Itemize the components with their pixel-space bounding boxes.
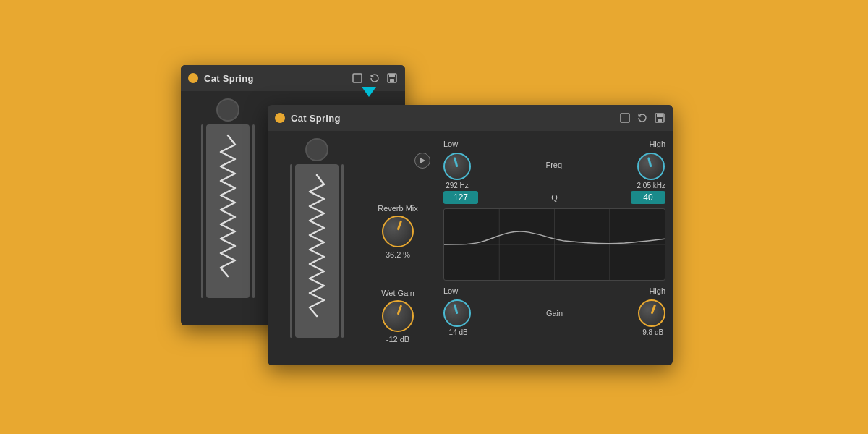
low-freq-label: Low <box>443 140 458 148</box>
track-left-small <box>201 124 203 298</box>
dropdown-arrow[interactable] <box>362 87 376 97</box>
power-dot-small[interactable] <box>188 73 198 83</box>
plugin-large: Cat Spring <box>268 105 673 365</box>
high-gain-knob[interactable] <box>638 299 665 327</box>
reverb-mix-value-large: 36.2 % <box>386 250 410 259</box>
wet-gain-knob-large[interactable] <box>382 300 414 332</box>
svg-marker-8 <box>420 158 425 163</box>
refresh-icon-small[interactable] <box>369 72 380 84</box>
high-freq-knob[interactable] <box>637 153 665 180</box>
q-high-input[interactable] <box>631 191 665 204</box>
svg-rect-7 <box>658 119 662 122</box>
eq-display <box>443 208 665 281</box>
reverb-mix-group-large: Reverb Mix 36.2 % <box>378 204 418 259</box>
svg-rect-4 <box>621 114 629 122</box>
spring-input-knob-small[interactable] <box>216 98 239 122</box>
high-freq-value: 2.05 kHz <box>637 182 665 190</box>
reverb-mix-label-large: Reverb Mix <box>378 204 418 213</box>
high-gain-label: High <box>649 286 665 295</box>
q-label: Q <box>551 193 558 202</box>
track-right-large <box>341 164 344 338</box>
track-left-large <box>290 164 292 338</box>
low-gain-value: -14 dB <box>446 328 467 336</box>
svg-rect-0 <box>353 74 362 82</box>
title-bar-large: Cat Spring <box>268 105 673 131</box>
low-freq-knob[interactable] <box>443 153 471 180</box>
svg-rect-3 <box>390 79 394 82</box>
svg-rect-6 <box>657 114 663 117</box>
low-gain-knob[interactable] <box>443 299 471 327</box>
spring-section-small <box>188 98 268 318</box>
refresh-icon-large[interactable] <box>637 112 648 124</box>
plugin-body-large: Reverb Mix 36.2 % Wet Gain -12 dB Low Hi… <box>268 131 673 365</box>
plugin-title-small: Cat Spring <box>204 73 346 84</box>
wet-gain-group-large: Wet Gain -12 dB <box>381 289 414 344</box>
spring-visual-small <box>206 124 250 298</box>
save-icon-small[interactable] <box>386 72 398 84</box>
q-low-input[interactable] <box>443 191 478 204</box>
spring-section-large <box>275 138 358 358</box>
wet-gain-value-large: -12 dB <box>386 335 409 344</box>
save-icon-large[interactable] <box>654 112 665 124</box>
eq-panel: Low High 292 Hz Freq 2.05 kHz <box>438 138 665 358</box>
reverb-mix-knob-large[interactable] <box>382 216 414 247</box>
track-right-small <box>252 124 255 298</box>
svg-rect-2 <box>389 74 395 77</box>
power-dot-large[interactable] <box>275 113 285 123</box>
spring-tracks-small <box>201 124 255 298</box>
play-button[interactable] <box>414 153 430 169</box>
low-gain-label: Low <box>443 286 458 295</box>
window-icon-large[interactable] <box>619 112 631 124</box>
high-gain-value: -9.8 dB <box>640 328 663 336</box>
spring-visual-large <box>295 164 339 338</box>
high-freq-label: High <box>649 140 665 148</box>
plugin-title-large: Cat Spring <box>291 113 613 124</box>
low-freq-value: 292 Hz <box>446 182 469 190</box>
freq-center-label: Freq <box>545 161 562 169</box>
spring-tracks-large <box>290 164 344 338</box>
wet-gain-label-large: Wet Gain <box>381 289 414 297</box>
spring-input-knob-large[interactable] <box>305 138 328 161</box>
window-icon-small[interactable] <box>352 72 363 84</box>
gain-center-label: Gain <box>546 309 563 318</box>
reverb-section-large: Reverb Mix 36.2 % Wet Gain -12 dB <box>365 138 430 358</box>
